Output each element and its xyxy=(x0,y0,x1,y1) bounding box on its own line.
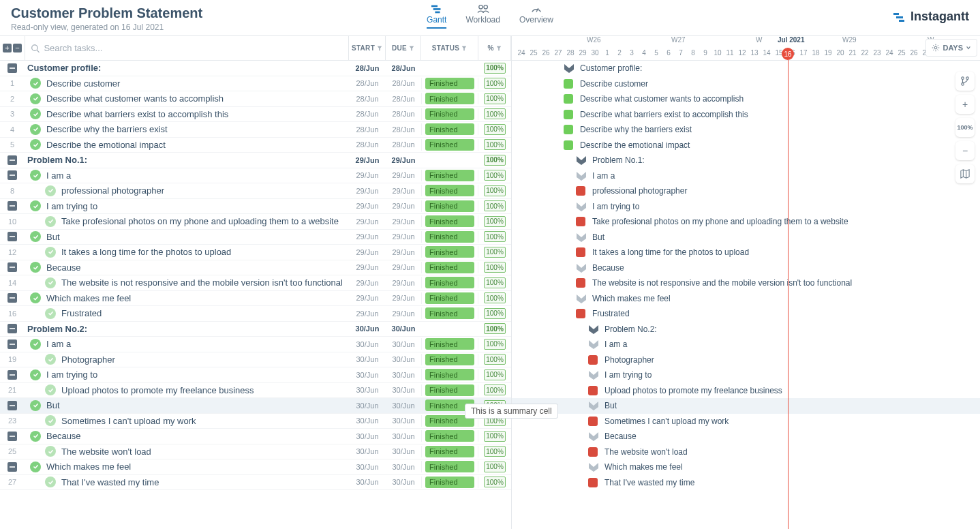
expand-all-button[interactable]: + xyxy=(3,44,12,52)
task-row[interactable]: Problem No.2:30/Jun30/Jun100% xyxy=(0,322,511,337)
task-row[interactable]: 23Sometimes I can't upload my work30/Jun… xyxy=(0,414,511,429)
collapse-toggle[interactable] xyxy=(7,293,17,303)
tab-workload[interactable]: Workload xyxy=(465,4,500,29)
timeline-row[interactable]: I am trying to xyxy=(512,367,980,383)
column-percent[interactable]: % xyxy=(478,36,511,60)
task-row[interactable]: 10Take profesional photos on my phone an… xyxy=(0,214,511,230)
timeline-row[interactable]: That I've wasted my time xyxy=(512,475,980,491)
task-name-cell: Which makes me feel xyxy=(25,292,349,303)
zoom-out-button[interactable]: − xyxy=(955,141,975,160)
search-input[interactable] xyxy=(44,43,343,53)
timeline-row[interactable]: The website is not responsive and the mo… xyxy=(512,275,980,291)
start-date: 29/Jun xyxy=(349,202,386,210)
collapse-toggle[interactable] xyxy=(7,339,17,349)
task-row[interactable]: Which makes me feel29/Jun29/JunFinished1… xyxy=(0,291,511,307)
task-row[interactable]: But30/Jun30/JunFinished100% xyxy=(0,398,511,414)
days-dropdown[interactable]: DAYS xyxy=(925,39,977,57)
collapse-toggle[interactable] xyxy=(7,232,17,241)
timeline-row[interactable]: Upload photos to promote my freelance bu… xyxy=(512,383,980,399)
timeline-row[interactable]: Describe customer xyxy=(512,76,980,92)
collapse-toggle[interactable] xyxy=(7,63,17,73)
timeline-row[interactable]: But xyxy=(512,398,980,414)
due-date: 29/Jun xyxy=(386,156,421,164)
collapse-toggle[interactable] xyxy=(7,462,17,472)
task-row[interactable]: 2Describe what customer wants to accompl… xyxy=(0,91,511,107)
tab-gantt[interactable]: Gantt xyxy=(427,4,446,29)
branch-button[interactable] xyxy=(955,72,975,91)
timeline-row[interactable]: Problem No.2: xyxy=(512,322,980,337)
task-row[interactable]: I am a30/Jun30/JunFinished100% xyxy=(0,337,511,352)
task-row[interactable]: I am trying to29/Jun29/JunFinished100% xyxy=(0,199,511,215)
task-row[interactable]: Problem No.1:29/Jun29/Jun100% xyxy=(0,153,511,168)
column-start[interactable]: START xyxy=(349,36,386,60)
task-row[interactable]: 21Upload photos to promote my freelance … xyxy=(0,383,511,399)
timeline-task-label: I am a xyxy=(592,171,615,181)
timeline-row[interactable]: Problem No.1: xyxy=(512,153,980,168)
timeline-row[interactable]: Photographer xyxy=(512,352,980,368)
collapse-toggle[interactable] xyxy=(7,324,17,333)
column-status[interactable]: STATUS xyxy=(421,36,478,60)
timeline-row[interactable]: Describe the emotional impact xyxy=(512,138,980,153)
task-row[interactable]: 3Describe what barriers exist to accompl… xyxy=(0,107,511,123)
tab-overview[interactable]: Overview xyxy=(519,4,553,29)
zoom-in-button[interactable]: + xyxy=(955,95,975,114)
task-row[interactable]: Customer profile:28/Jun28/Jun100% xyxy=(0,61,511,76)
collapse-toggle[interactable] xyxy=(7,155,17,165)
timeline-row[interactable]: professional photographer xyxy=(512,183,980,199)
timeline-row[interactable]: Which makes me feel xyxy=(512,291,980,307)
timeline-row[interactable]: Take profesional photos on my phone and … xyxy=(512,214,980,230)
timeline-row[interactable]: Frustrated xyxy=(512,306,980,322)
timeline-row[interactable]: Describe why the barriers exist xyxy=(512,122,980,138)
collapse-toggle[interactable] xyxy=(7,370,17,380)
collapse-toggle[interactable] xyxy=(7,432,17,441)
task-row[interactable]: 19Photographer30/Jun30/JunFinished100% xyxy=(0,352,511,368)
task-row[interactable]: 27That I've wasted my time30/Jun30/JunFi… xyxy=(0,475,511,491)
task-row[interactable]: Which makes me feel30/Jun30/JunFinished1… xyxy=(0,459,511,475)
collapse-toggle[interactable] xyxy=(7,170,17,180)
timeline-row[interactable]: Which makes me feel xyxy=(512,459,980,475)
timeline-row[interactable]: I am a xyxy=(512,168,980,184)
check-icon xyxy=(30,262,41,273)
task-row[interactable]: I am trying to30/Jun30/JunFinished100% xyxy=(0,367,511,383)
timeline-row[interactable]: Describe what barriers exist to accompli… xyxy=(512,107,980,123)
column-due[interactable]: DUE xyxy=(386,36,421,60)
start-date: 30/Jun xyxy=(349,402,386,410)
task-name-cell: Describe what customer wants to accompli… xyxy=(25,93,349,104)
timeline-row[interactable]: I am trying to xyxy=(512,199,980,215)
zoom-fit-button[interactable]: 100% xyxy=(955,118,975,137)
collapse-toggle[interactable] xyxy=(7,262,17,272)
brand-logo[interactable]: Instagantt xyxy=(893,10,969,24)
timeline-row[interactable]: Sometimes I can't upload my work xyxy=(512,414,980,429)
collapse-all-button[interactable]: − xyxy=(13,44,22,52)
task-row[interactable]: 4Describe why the barriers exist28/Jun28… xyxy=(0,122,511,138)
check-icon xyxy=(30,170,41,181)
task-row[interactable]: I am a29/Jun29/JunFinished100% xyxy=(0,168,511,184)
timeline-row[interactable]: The website won't load xyxy=(512,444,980,460)
timeline-body[interactable]: Customer profile:Describe customerDescri… xyxy=(512,61,980,529)
status-cell: Finished xyxy=(421,170,478,181)
task-row[interactable]: 1Describe customer28/Jun28/JunFinished10… xyxy=(0,76,511,92)
task-row[interactable]: 12It takes a long time for the photos to… xyxy=(0,245,511,260)
task-row[interactable]: 16Frustrated29/Jun29/JunFinished100% xyxy=(0,306,511,322)
task-row[interactable]: 25The website won't load30/Jun30/JunFini… xyxy=(0,444,511,460)
task-name: It takes a long time for the photos to u… xyxy=(61,247,231,257)
day-label: 28 xyxy=(564,49,577,57)
timeline-row[interactable]: Customer profile: xyxy=(512,61,980,76)
task-row[interactable]: Because30/Jun30/JunFinished100% xyxy=(0,429,511,444)
timeline-row[interactable]: Describe what customer wants to accompli… xyxy=(512,91,980,107)
timeline-row[interactable]: It takes a long time for the photos to u… xyxy=(512,245,980,260)
task-row[interactable]: 14The website is not responsive and the … xyxy=(0,275,511,291)
task-row[interactable]: 8professional photographer29/Jun29/JunFi… xyxy=(0,183,511,199)
collapse-toggle[interactable] xyxy=(7,401,17,410)
task-row[interactable]: But29/Jun29/JunFinished100% xyxy=(0,230,511,245)
task-row[interactable]: Because29/Jun29/JunFinished100% xyxy=(0,260,511,276)
collapse-toggle[interactable] xyxy=(7,201,17,211)
due-date: 30/Jun xyxy=(386,447,421,455)
timeline-row[interactable]: Because xyxy=(512,429,980,444)
task-name: Describe what barriers exist to accompli… xyxy=(46,109,228,119)
minimap-button[interactable] xyxy=(955,164,975,183)
timeline-row[interactable]: But xyxy=(512,230,980,245)
task-row[interactable]: 5Describe the emotional impact28/Jun28/J… xyxy=(0,138,511,153)
timeline-row[interactable]: I am a xyxy=(512,337,980,352)
timeline-row[interactable]: Because xyxy=(512,260,980,276)
